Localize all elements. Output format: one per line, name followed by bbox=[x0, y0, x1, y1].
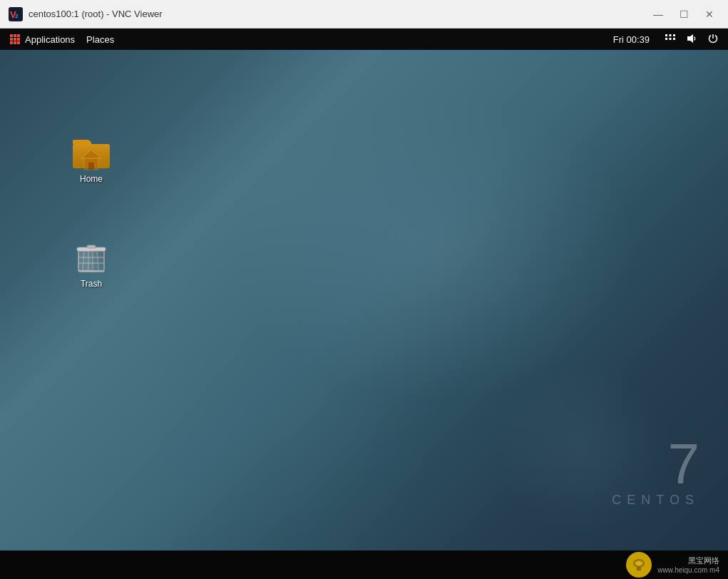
applications-label: Applications bbox=[25, 34, 75, 45]
svg-rect-3 bbox=[665, 34, 667, 36]
svg-text:2: 2 bbox=[15, 13, 19, 19]
vnc-window: V 2 centos100:1 (root) - VNC Viewer — ☐ … bbox=[0, 0, 728, 579]
bottom-bar: 黑宝网络 www.heiqu.com m4 bbox=[0, 550, 728, 579]
gnome-topbar: Applications Places Fri 00:39 bbox=[0, 29, 728, 50]
window-title: centos100:1 (root) - VNC Viewer bbox=[29, 9, 648, 19]
applications-menu-button[interactable]: Applications bbox=[6, 33, 79, 46]
svg-rect-14 bbox=[88, 163, 94, 170]
system-clock: Fri 00:39 bbox=[613, 34, 650, 45]
svg-rect-6 bbox=[665, 38, 667, 40]
vnc-app-icon: V 2 bbox=[9, 7, 23, 21]
svg-rect-23 bbox=[87, 245, 96, 248]
vnc-content: Applications Places Fri 00:39 bbox=[0, 29, 728, 579]
watermark-url: www.heiqu.com m4 bbox=[657, 566, 719, 574]
close-button[interactable]: ✕ bbox=[699, 6, 719, 22]
watermark-widget: 黑宝网络 www.heiqu.com m4 bbox=[626, 552, 719, 578]
svg-marker-9 bbox=[687, 34, 693, 43]
apps-grid-icon bbox=[10, 34, 20, 44]
minimize-button[interactable]: — bbox=[648, 6, 668, 22]
svg-rect-28 bbox=[637, 567, 641, 570]
svg-rect-25 bbox=[78, 250, 104, 272]
svg-rect-4 bbox=[670, 34, 672, 36]
watermark-site-name: 黑宝网络 bbox=[657, 555, 719, 566]
home-folder-image bbox=[71, 131, 111, 171]
trash-icon[interactable]: Trash bbox=[63, 232, 120, 293]
trash-image bbox=[71, 236, 111, 276]
watermark-logo bbox=[626, 552, 652, 578]
svg-rect-8 bbox=[673, 38, 675, 40]
svg-rect-5 bbox=[673, 34, 675, 36]
centos-watermark: 7 CENTOS bbox=[612, 436, 699, 508]
title-bar: V 2 centos100:1 (root) - VNC Viewer — ☐ … bbox=[0, 0, 728, 29]
watermark-text: 黑宝网络 www.heiqu.com m4 bbox=[657, 555, 719, 574]
network-icon[interactable] bbox=[661, 31, 680, 48]
svg-point-29 bbox=[637, 562, 641, 565]
svg-rect-7 bbox=[670, 38, 672, 40]
home-folder-icon[interactable]: Home bbox=[63, 127, 120, 188]
volume-icon[interactable] bbox=[682, 31, 701, 48]
home-folder-label: Home bbox=[80, 174, 103, 184]
centos-version-number: 7 bbox=[612, 436, 699, 493]
centos-brand-name: CENTOS bbox=[612, 493, 699, 508]
desktop[interactable]: Home bbox=[0, 50, 728, 550]
power-icon[interactable] bbox=[704, 31, 722, 48]
window-controls: — ☐ ✕ bbox=[648, 6, 719, 22]
places-label: Places bbox=[86, 34, 114, 45]
trash-label: Trash bbox=[81, 279, 102, 289]
places-menu-button[interactable]: Places bbox=[82, 33, 118, 46]
maximize-button[interactable]: ☐ bbox=[674, 6, 694, 22]
